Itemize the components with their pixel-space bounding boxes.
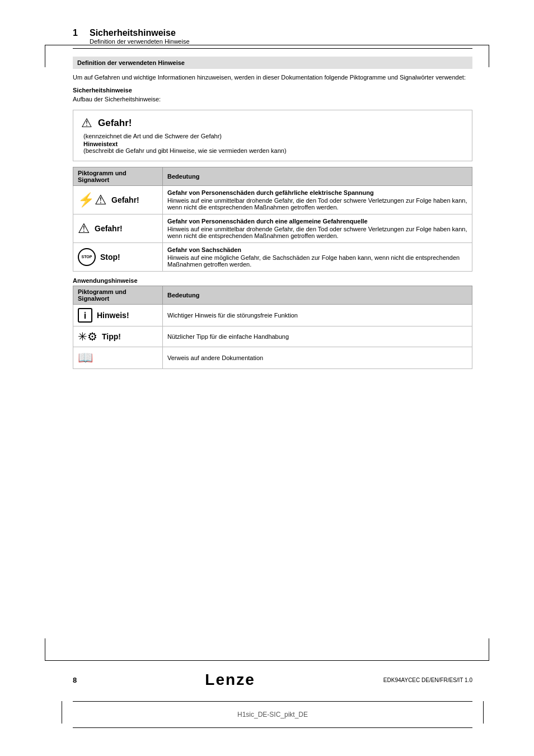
chapter-subtitle: Definition der verwendeten Hinweise (90, 38, 190, 45)
app-piktogramm-2: ✳⚙ Tipp! (73, 326, 163, 347)
bedeutung-bold-3: Gefahr von Sachschäden (167, 246, 467, 253)
table-row: ⚡⚠ Gefahr! Gefahr von Personenschäden du… (73, 185, 472, 214)
electric-warning-icon: ⚡⚠ (78, 192, 107, 208)
border-top (45, 45, 489, 45)
warning-title: Gefahr! (98, 118, 132, 129)
subsection-safety-title: Sicherheitshinweise (73, 87, 472, 94)
signal-word-1: Gefahr! (111, 195, 139, 204)
signal-word-3: Stop! (100, 253, 120, 262)
subsection-safety-subtitle: Aufbau der Sicherheitshinweise: (73, 95, 472, 104)
bedeutung-bold-1: Gefahr von Personenschäden durch gefährl… (167, 189, 467, 196)
table-row: STOP Stop! Gefahr von Sachschäden Hinwei… (73, 242, 472, 271)
table-col1-header: Piktogramm und Signalwort (73, 167, 163, 185)
page-number: 8 (73, 676, 77, 684)
app-signal-2: Tipp! (102, 332, 121, 341)
lower-border-right (483, 701, 484, 724)
bedeutung-bold-2: Gefahr von Personenschäden durch eine al… (167, 218, 467, 225)
warning-header: ⚠ Gefahr! (81, 116, 464, 130)
chapter-heading: 1 Sicherheitshinweise Definition der ver… (73, 28, 472, 49)
chapter-title-block: Sicherheitshinweise Definition der verwe… (90, 28, 190, 45)
lower-border-bottom (73, 727, 472, 728)
lower-label: H1sic_DE-SIC_pikt_DE (73, 706, 472, 723)
bedeutung-text-1: Hinweis auf eine unmittelbar drohende Ge… (167, 197, 467, 211)
chapter-title: Sicherheitshinweise (90, 28, 190, 38)
warning-line2: (beschreibt die Gefahr und gibt Hinweise… (81, 147, 464, 154)
table-col2-header: Bedeutung (163, 167, 472, 185)
lower-section: H1sic_DE-SIC_pikt_DE (73, 701, 472, 728)
border-left-top (45, 45, 45, 67)
app-icon-2: ✳⚙ Tipp! (78, 330, 158, 343)
lower-border-top (73, 701, 472, 702)
stop-icon: STOP (78, 248, 96, 266)
table-row: i Hinweis! Wichtiger Hinweis für die stö… (73, 304, 472, 326)
bedeutung-cell-1: Gefahr von Personenschäden durch gefährl… (163, 185, 472, 214)
general-warning-icon: ⚠ (78, 221, 90, 236)
app-signal-1: Hinweis! (97, 311, 129, 320)
app-icon-1: i Hinweis! (78, 308, 158, 323)
safety-table: Piktogramm und Signalwort Bedeutung ⚡⚠ G… (73, 167, 472, 272)
warning-triangle-icon: ⚠ (81, 116, 92, 130)
intro-text: Um auf Gefahren und wichtige Information… (73, 73, 472, 82)
section-heading: Definition der verwendeten Hinweise (73, 57, 472, 69)
application-table: Piktogramm und Signalwort Bedeutung i Hi… (73, 286, 472, 369)
footer: 8 Lenze EDK94AYCEC DE/EN/FR/ES/IT 1.0 (73, 671, 472, 689)
icon-with-text-2: ⚠ Gefahr! (78, 221, 158, 236)
piktogramm-cell-2: ⚠ Gefahr! (73, 214, 163, 242)
warning-box: ⚠ Gefahr! (kennzeichnet die Art und die … (73, 110, 472, 161)
border-left-bottom (45, 638, 45, 661)
main-content: 1 Sicherheitshinweise Definition der ver… (73, 28, 472, 369)
signal-word-2: Gefahr! (95, 224, 123, 233)
border-bottom (45, 660, 489, 661)
chapter-number: 1 (73, 28, 84, 38)
app-piktogramm-1: i Hinweis! (73, 304, 163, 326)
bedeutung-cell-3: Gefahr von Sachschäden Hinweis auf eine … (163, 242, 472, 271)
warning-hinweistext: Hinweistext (81, 141, 464, 147)
app-bedeutung-3: Verweis auf andere Dokumentation (163, 347, 472, 368)
icon-with-text-1: ⚡⚠ Gefahr! (78, 192, 158, 208)
lower-border-left (62, 701, 62, 724)
app-piktogramm-3: 📖 (73, 347, 163, 368)
bedeutung-text-3: Hinweis auf eine mögliche Gefahr, die Sa… (167, 254, 460, 268)
app-col1-header: Piktogramm und Signalwort (73, 286, 163, 304)
app-icon-3: 📖 (78, 351, 158, 365)
table-row: ⚠ Gefahr! Gefahr von Personenschäden dur… (73, 214, 472, 242)
warning-line1: (kennzeichnet die Art und die Schwere de… (81, 133, 464, 139)
border-right-top (489, 45, 489, 67)
page: 1 Sicherheitshinweise Definition der ver… (0, 28, 534, 756)
border-right-bottom (489, 638, 489, 661)
table-row: 📖 Verweis auf andere Dokumentation (73, 347, 472, 368)
book-icon: 📖 (78, 351, 93, 365)
icon-with-text-3: STOP Stop! (78, 248, 158, 266)
piktogramm-cell-3: STOP Stop! (73, 242, 163, 271)
bedeutung-cell-2: Gefahr von Personenschäden durch eine al… (163, 214, 472, 242)
lower-label-text: H1sic_DE-SIC_pikt_DE (237, 711, 308, 718)
doc-ref: EDK94AYCEC DE/EN/FR/ES/IT 1.0 (383, 677, 472, 683)
info-icon: i (78, 308, 92, 323)
app-col2-header: Bedeutung (163, 286, 472, 304)
app-bedeutung-2: Nützlicher Tipp für die einfache Handhab… (163, 326, 472, 347)
table-row: ✳⚙ Tipp! Nützlicher Tipp für die einfach… (73, 326, 472, 347)
bedeutung-text-2: Hinweis auf eine unmittelbar drohende Ge… (167, 226, 467, 239)
application-title: Anwendungshinweise (73, 277, 472, 284)
tip-icon: ✳⚙ (78, 330, 97, 343)
piktogramm-cell-1: ⚡⚠ Gefahr! (73, 185, 163, 214)
lenze-logo: Lenze (205, 671, 255, 689)
app-bedeutung-1: Wichtiger Hinweis für die störungsfreie … (163, 304, 472, 326)
